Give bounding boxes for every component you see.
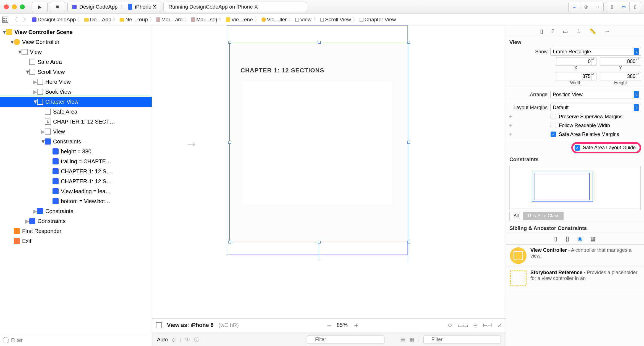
safe-area-layout-guide-checkbox[interactable]: ✓	[575, 145, 580, 151]
panel-visibility-segmented[interactable]: ▯ ▭ ▯	[606, 2, 641, 12]
version-editor-icon[interactable]: ↔	[592, 2, 603, 12]
show-select[interactable]: Frame Rectangle⇅	[550, 48, 641, 56]
library-filter-input[interactable]	[423, 335, 501, 344]
print-description-icon[interactable]: ⓘ	[194, 336, 199, 343]
variables-filter-input[interactable]	[307, 335, 384, 344]
jumpbar-item[interactable]: Mai…se)	[191, 17, 217, 23]
pin-icon[interactable]: ⊢⊣	[483, 322, 492, 329]
embed-in-icon[interactable]: ▭▭	[458, 322, 468, 329]
jumpbar-item[interactable]: Ne…roup	[120, 17, 148, 23]
x-field[interactable]: 0▴▾	[555, 57, 596, 65]
connections-inspector-icon[interactable]: →	[604, 28, 610, 34]
inner-view[interactable]	[243, 81, 392, 205]
toggle-debug-icon[interactable]: ▭	[618, 2, 629, 12]
tree-item[interactable]: Constraints	[53, 138, 81, 145]
tree-item[interactable]: View	[30, 49, 42, 55]
minimize-window-icon[interactable]	[12, 4, 17, 9]
quick-help-icon[interactable]: ?	[551, 28, 554, 34]
outline-filter-input[interactable]	[11, 337, 149, 343]
tree-item[interactable]: Hero View	[45, 79, 71, 85]
stop-button[interactable]: ■	[50, 2, 65, 12]
layout-margins-select[interactable]: Default⇅	[550, 104, 641, 111]
tree-item[interactable]: View.leading = lea…	[61, 188, 111, 195]
tree-item[interactable]: View Controller	[22, 39, 59, 45]
scene-label[interactable]: View Controller Scene	[14, 29, 73, 35]
tree-item[interactable]: Safe Area	[38, 59, 62, 65]
quicklook-icon[interactable]: 👁	[185, 337, 190, 343]
preserve-superview-margins-checkbox[interactable]	[551, 114, 556, 119]
height-field[interactable]: 380▴▾	[600, 72, 641, 80]
scheme-selector[interactable]: DesignCodeApp 〉 iPhone X	[67, 2, 161, 12]
tree-item[interactable]: CHAPTER 1: 12 S…	[61, 178, 112, 185]
constraints-diagram[interactable]	[509, 166, 641, 210]
standard-editor-icon[interactable]: ≡	[569, 2, 580, 12]
update-frames-icon[interactable]: ⟳	[448, 322, 453, 329]
console-view-mode-icon[interactable]: ▤	[400, 336, 405, 343]
canvas-scroll[interactable]: CHAPTER 1: 12 SECTIONS →	[152, 25, 506, 318]
tree-item-selected[interactable]: ▼Chapter View	[0, 97, 152, 107]
nav-forward-icon[interactable]: 〉	[21, 15, 30, 24]
library-item[interactable]: View Controller - A controller that mana…	[506, 245, 644, 267]
this-size-class-button[interactable]: This Size Class	[523, 212, 564, 220]
tree-item[interactable]: First Responder	[22, 228, 61, 234]
zoom-window-icon[interactable]	[20, 4, 25, 9]
jumpbar-item[interactable]: Scroll View	[320, 17, 351, 23]
jumpbar-item[interactable]: DesignCodeApp	[32, 17, 76, 23]
all-button[interactable]: All	[509, 212, 523, 220]
size-inspector-icon[interactable]: 📏	[589, 28, 596, 35]
tree-item[interactable]: trailing = CHAPTE…	[61, 158, 111, 165]
zoom-level[interactable]: 85%	[337, 322, 348, 328]
tree-item[interactable]: height = 380	[61, 148, 91, 155]
resolve-issues-icon[interactable]: ⊿	[497, 322, 502, 329]
arrange-select[interactable]: Position View⇅	[550, 91, 641, 98]
editor-mode-segmented[interactable]: ≡ ◎ ↔	[568, 2, 604, 12]
align-icon[interactable]: ⊟	[473, 322, 478, 329]
jumpbar-item[interactable]: Vie…ene	[226, 17, 253, 23]
add-variation-icon[interactable]: +	[509, 113, 512, 120]
width-field[interactable]: 375▴▾	[555, 72, 596, 80]
toggle-inspector-icon[interactable]: ▯	[629, 2, 641, 12]
view-as-label[interactable]: View as: iPhone 8	[167, 322, 214, 328]
file-template-library-icon[interactable]: ▯	[554, 235, 557, 242]
code-snippet-library-icon[interactable]: {}	[566, 236, 569, 242]
add-variation-icon[interactable]: +	[509, 131, 512, 138]
tree-item[interactable]: Scroll View	[38, 69, 65, 75]
variables-scope[interactable]: Auto	[157, 337, 168, 343]
chapter-label[interactable]: CHAPTER 1: 12 SECTIONS	[240, 67, 324, 74]
attributes-inspector-icon[interactable]: ⇩	[576, 28, 581, 35]
toggle-outline-icon[interactable]	[156, 322, 162, 328]
file-inspector-icon[interactable]: ▯	[540, 28, 543, 35]
tree-item[interactable]: bottom = View.bot…	[61, 198, 110, 205]
close-window-icon[interactable]	[4, 4, 9, 9]
media-library-icon[interactable]: ▦	[591, 235, 596, 242]
tree-item[interactable]: Constraints	[45, 208, 73, 214]
add-variation-icon[interactable]: +	[509, 122, 512, 129]
tree-item[interactable]: Safe Area	[53, 109, 77, 115]
jumpbar-item[interactable]: Chapter View	[360, 17, 396, 23]
safe-area-relative-margins-checkbox[interactable]: ✓	[551, 132, 556, 137]
jumpbar-item[interactable]: De…App	[84, 17, 111, 23]
constraints-filter-segmented[interactable]: All This Size Class	[509, 212, 641, 220]
related-items-icon[interactable]	[2, 17, 8, 23]
toggle-navigator-icon[interactable]: ▯	[606, 2, 618, 12]
nav-back-icon[interactable]: 〈	[10, 15, 19, 24]
jumpbar-item[interactable]: Vie…ller	[261, 17, 287, 23]
tree-item[interactable]: View	[53, 129, 65, 135]
tree-item[interactable]: Book View	[45, 89, 71, 95]
tree-item[interactable]: CHAPTER 1: 12 S…	[61, 168, 112, 175]
assistant-editor-icon[interactable]: ◎	[580, 2, 592, 12]
zoom-out-button[interactable]: −	[327, 321, 331, 330]
console-grid-icon[interactable]: ▦	[409, 336, 414, 343]
run-button[interactable]: ▶	[32, 2, 48, 12]
zoom-in-button[interactable]: ＋	[353, 320, 360, 330]
tree-item[interactable]: Exit	[22, 238, 31, 244]
jumpbar-item[interactable]: Mai…ard	[156, 17, 183, 23]
y-field[interactable]: 800▴▾	[600, 57, 641, 65]
identity-inspector-icon[interactable]: ▭	[563, 28, 568, 35]
jumpbar-item[interactable]: View	[295, 17, 311, 23]
library-item[interactable]: Storyboard Reference - Provides a placeh…	[506, 267, 644, 289]
tree-item[interactable]: CHAPTER 1: 12 SECT…	[53, 119, 115, 125]
follow-readable-width-checkbox[interactable]	[551, 123, 556, 128]
object-library-icon[interactable]: ◉	[578, 235, 582, 242]
tree-item[interactable]: Constraints	[38, 218, 66, 224]
